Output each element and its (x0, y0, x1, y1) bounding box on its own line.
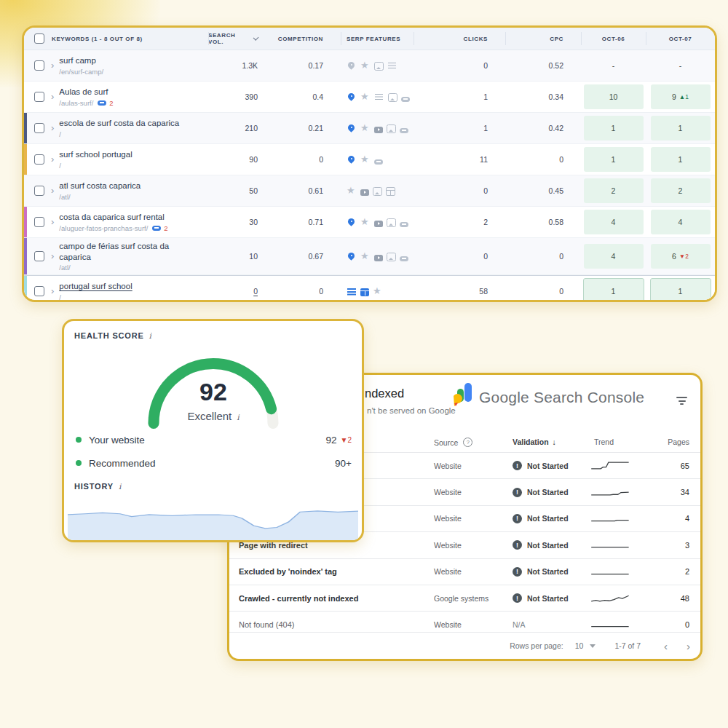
table-blue-icon (347, 287, 357, 296)
search-volume-value: 90 (249, 155, 258, 164)
keyword-row[interactable]: ›surf school portugal/90011011 (24, 144, 715, 175)
keyword-row[interactable]: ›campo de férias surf costa da caparica/… (24, 238, 715, 275)
clicks-value: 2 (483, 218, 488, 226)
pages-count: 65 (681, 453, 689, 478)
rank-delta: ▲1 (679, 93, 689, 100)
expand-chevron-icon[interactable]: › (51, 186, 54, 195)
competition-value: 0 (319, 155, 323, 164)
legend-value: 92▼2 (326, 435, 352, 446)
keyword-row[interactable]: ›surf camp/en/surf-camp/1.3K0.1700.52-- (24, 50, 715, 82)
info-icon[interactable]: i (119, 482, 121, 491)
next-page-icon[interactable]: › (687, 641, 690, 652)
gsc-row[interactable]: Excluded by 'noindex' tagWebsite!Not Sta… (229, 558, 700, 585)
expand-chevron-icon[interactable]: › (51, 154, 54, 164)
keyword-link[interactable]: escola de surf costa da caparica (59, 118, 179, 128)
gsc-row[interactable]: Crawled - currently not indexedGoogle sy… (229, 585, 700, 611)
keyword-row[interactable]: ›Aulas de surf/aulas-surf/23900.410.3410… (24, 82, 715, 113)
row-checkbox[interactable] (34, 60, 44, 71)
row-checkbox[interactable] (34, 251, 44, 261)
rows-per-page-value[interactable]: 10 (575, 641, 584, 650)
link-icon[interactable] (98, 100, 106, 106)
row-checkbox[interactable] (34, 186, 44, 196)
keyword-link[interactable]: surf camp (59, 55, 103, 66)
keyword-link[interactable]: surf school portugal (59, 149, 132, 159)
search-volume-value: 50 (249, 186, 258, 195)
cpc-value: 0.42 (549, 124, 563, 132)
keyword-link[interactable]: campo de férias surf costa da caparica (59, 241, 184, 262)
search-vol-column-header[interactable]: SEARCH VOL. (208, 28, 275, 50)
keyword-row[interactable]: ›escola de surf costa da caparica/2100.2… (24, 113, 715, 144)
filter-icon[interactable] (676, 397, 687, 398)
keyword-url[interactable]: / (59, 293, 61, 301)
validation-label: Not Started (527, 462, 569, 470)
star-icon (373, 287, 383, 296)
select-all-checkbox[interactable] (34, 33, 44, 44)
legend-dot-icon (76, 460, 82, 466)
row-checkbox[interactable] (34, 154, 44, 165)
trend-sparkline (590, 539, 632, 550)
keyword-url[interactable]: /en/surf-camp/ (59, 68, 103, 76)
sort-down-arrow-icon[interactable]: ↓ (553, 438, 556, 446)
row-color-bar (24, 207, 27, 237)
health-score-grade: Excellenti (144, 410, 282, 422)
pages-column-header: Pages (668, 438, 689, 446)
rank-value: 2 (678, 186, 683, 195)
not-indexed-reason[interactable]: Excluded by 'noindex' tag (239, 559, 337, 585)
keyword-url[interactable]: / (59, 162, 61, 170)
keyword-link[interactable]: costa da caparica surf rental (59, 212, 167, 222)
rows-per-page-caret-icon[interactable] (590, 644, 596, 648)
calendar-blue-icon (360, 288, 369, 296)
row-checkbox[interactable] (34, 286, 44, 296)
clicks-column-header: CLICKS (414, 28, 505, 50)
row-color-bar (24, 238, 27, 274)
competition-column-header: COMPETITION (275, 28, 341, 50)
oct-07-cell: 4 (651, 210, 711, 234)
info-icon[interactable]: i (237, 413, 239, 422)
sort-caret-icon[interactable] (253, 34, 258, 40)
expand-chevron-icon[interactable]: › (51, 123, 54, 132)
expand-chevron-icon[interactable]: › (51, 286, 54, 296)
cpc-column-header: CPC (505, 28, 581, 50)
row-checkbox[interactable] (34, 92, 44, 102)
keyword-link[interactable]: portugal surf school (59, 281, 132, 291)
pin-gray-icon (347, 61, 357, 71)
keyword-row[interactable]: ›portugal surf school/0058011 (24, 275, 715, 302)
serp-features-column-header: SERP FEATURES (341, 28, 414, 50)
competition-value: 0.4 (312, 92, 323, 101)
rows-per-page-label: Rows per page: (510, 641, 563, 650)
info-icon[interactable]: i (149, 331, 151, 340)
source-value: Website (434, 453, 462, 478)
trend-sparkline (590, 513, 632, 524)
star-icon (360, 92, 371, 102)
video-icon (360, 189, 369, 196)
keyword-link[interactable]: Aulas de surf (59, 87, 113, 97)
validation-column-header[interactable]: Validation ↓ (513, 438, 556, 446)
row-checkbox[interactable] (34, 123, 44, 133)
expand-chevron-icon[interactable]: › (51, 251, 54, 261)
keyword-link[interactable]: atl surf costa caparica (59, 181, 141, 191)
keyword-url[interactable]: /atl/ (59, 193, 70, 201)
cpc-value: 0.45 (549, 186, 563, 195)
keyword-row[interactable]: ›atl surf costa caparica/atl/500.6100.45… (24, 175, 715, 207)
pin-blue-icon (347, 92, 357, 102)
lines-icon (374, 92, 384, 102)
pin-blue-icon (347, 252, 357, 261)
keyword-url[interactable]: /atl/ (59, 264, 70, 272)
expand-chevron-icon[interactable]: › (51, 92, 54, 101)
link-icon[interactable] (152, 226, 161, 231)
keyword-url[interactable]: /aluguer-fatos-pranchas-surf/ (59, 224, 148, 232)
question-circle-icon[interactable]: ? (463, 438, 472, 447)
keyword-url[interactable]: /aulas-surf/ (59, 99, 93, 107)
lines-icon (387, 61, 397, 71)
expand-chevron-icon[interactable]: › (51, 60, 54, 70)
legend-score: 90+ (335, 458, 352, 469)
previous-page-icon[interactable]: ‹ (664, 641, 668, 652)
gsc-subheading-clipped: n't be served on Google (367, 406, 456, 415)
expand-chevron-icon[interactable]: › (51, 217, 54, 226)
not-indexed-reason[interactable]: Crawled - currently not indexed (239, 585, 358, 611)
row-color-bar (24, 144, 27, 175)
row-checkbox[interactable] (34, 217, 44, 227)
keyword-url[interactable]: / (59, 130, 61, 138)
star-icon (360, 61, 371, 71)
keyword-row[interactable]: ›costa da caparica surf rental/aluguer-f… (24, 207, 715, 238)
